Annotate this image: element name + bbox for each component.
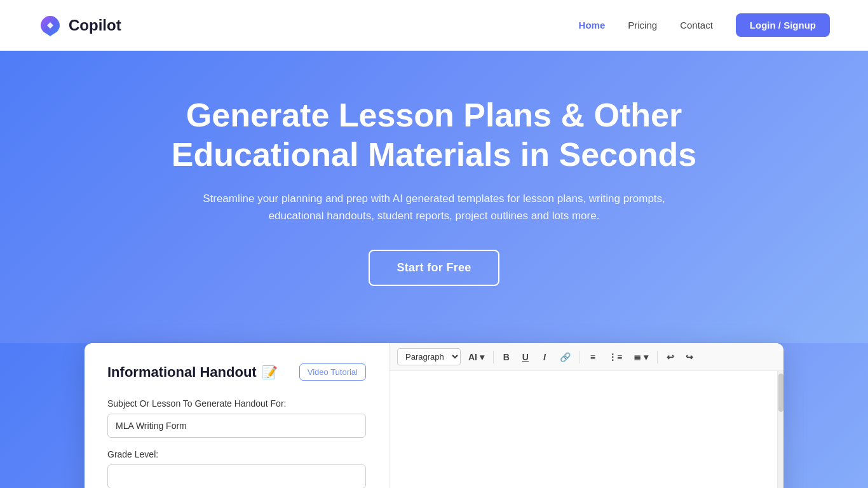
hero-subtitle: Streamline your planning and prep with A…: [186, 190, 682, 224]
editor-toolbar: Paragraph AI ▾ B U I 🔗 ≡ ⋮≡ ≣ ▾ ↩ ↪: [390, 343, 783, 371]
editor-body[interactable]: [390, 371, 777, 488]
demo-header: Informational Handout 📝 Video Tutorial: [107, 363, 366, 381]
start-for-free-button[interactable]: Start for Free: [369, 250, 499, 286]
ordered-list-button[interactable]: ⋮≡: [604, 349, 626, 365]
grade-input[interactable]: [107, 464, 366, 488]
redo-button[interactable]: ↪: [682, 349, 697, 365]
subject-input[interactable]: [107, 414, 366, 438]
login-signup-button[interactable]: Login / Signup: [736, 13, 830, 37]
logo-area: Copilot: [38, 13, 121, 37]
demo-right-panel: Paragraph AI ▾ B U I 🔗 ≡ ⋮≡ ≣ ▾ ↩ ↪: [390, 343, 783, 488]
demo-left-panel: Informational Handout 📝 Video Tutorial S…: [85, 343, 390, 488]
nav-home[interactable]: Home: [579, 20, 606, 30]
italic-button[interactable]: I: [537, 349, 552, 365]
hero-title: Generate Lesson Plans & Other Educationa…: [148, 95, 720, 175]
toolbar-divider-3: [657, 351, 658, 363]
nav-contact[interactable]: Contact: [680, 20, 713, 30]
demo-title: Informational Handout 📝: [107, 364, 278, 381]
paragraph-select[interactable]: Paragraph: [397, 348, 461, 365]
navbar: Copilot Home Pricing Contact Login / Sig…: [0, 0, 868, 51]
demo-title-text: Informational Handout: [107, 364, 257, 381]
hero-section: Generate Lesson Plans & Other Educationa…: [0, 51, 868, 343]
nav-pricing[interactable]: Pricing: [628, 20, 657, 30]
grade-label: Grade Level:: [107, 449, 366, 459]
subject-label: Subject Or Lesson To Generate Handout Fo…: [107, 398, 366, 409]
logo-text: Copilot: [69, 17, 121, 34]
undo-button[interactable]: ↩: [663, 349, 678, 365]
bullet-list-button[interactable]: ≡: [585, 349, 600, 365]
link-button[interactable]: 🔗: [556, 349, 574, 365]
scrollbar-thumb: [778, 374, 783, 412]
toolbar-divider-2: [580, 351, 580, 363]
underline-button[interactable]: U: [518, 349, 533, 365]
video-tutorial-button[interactable]: Video Tutorial: [299, 363, 366, 381]
align-button[interactable]: ≣ ▾: [630, 349, 652, 365]
demo-section: Informational Handout 📝 Video Tutorial S…: [0, 343, 868, 488]
bold-button[interactable]: B: [499, 349, 514, 365]
toolbar-divider-1: [493, 351, 494, 363]
ai-button[interactable]: AI ▾: [465, 349, 488, 365]
copilot-logo-icon: [38, 13, 62, 37]
demo-card: Informational Handout 📝 Video Tutorial S…: [85, 343, 783, 488]
nav-links: Home Pricing Contact Login / Signup: [579, 13, 830, 37]
scrollbar[interactable]: [777, 371, 783, 488]
edit-icon: 📝: [262, 365, 278, 380]
